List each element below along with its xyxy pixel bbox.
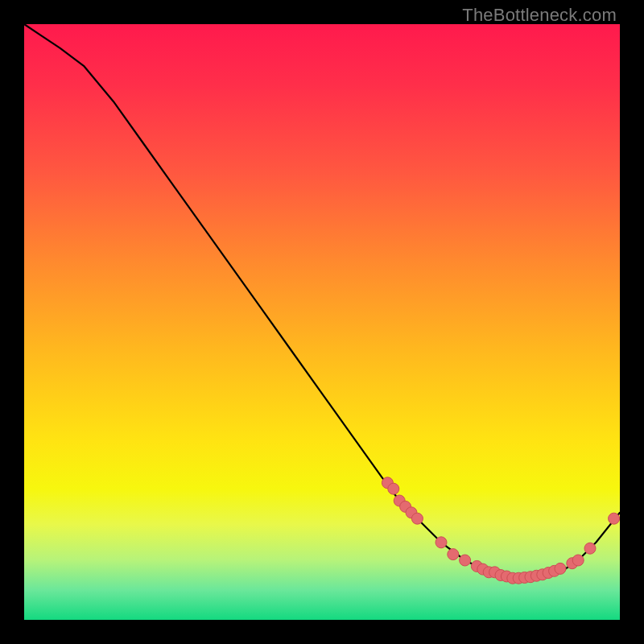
highlight-marker bbox=[448, 549, 459, 560]
watermark-label: TheBottleneck.com bbox=[462, 5, 617, 26]
curve-svg bbox=[24, 24, 620, 620]
highlight-marker bbox=[572, 555, 584, 566]
highlight-marker bbox=[460, 555, 471, 566]
highlight-marker bbox=[388, 483, 399, 494]
highlight-marker bbox=[436, 537, 447, 548]
highlight-marker bbox=[555, 563, 566, 574]
highlight-marker bbox=[609, 513, 620, 524]
highlight-marker bbox=[411, 513, 423, 524]
highlight-marker-group bbox=[382, 477, 619, 584]
plot-area bbox=[24, 24, 620, 620]
bottleneck-curve bbox=[24, 24, 620, 578]
highlight-marker bbox=[584, 543, 596, 554]
chart-frame: TheBottleneck.com bbox=[0, 0, 644, 644]
